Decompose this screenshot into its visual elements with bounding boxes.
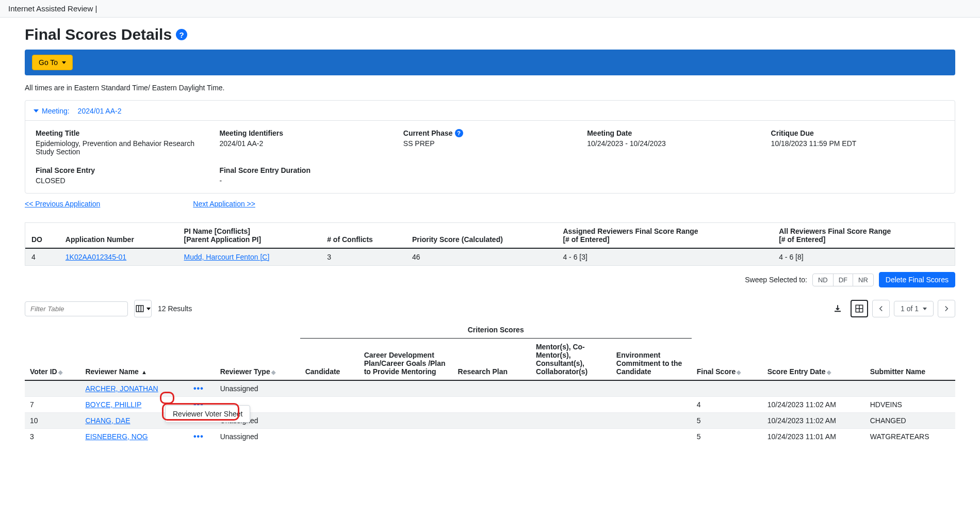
meeting-collapse-toggle[interactable]: Meeting: 2024/01 AA-2 <box>34 107 121 115</box>
reviewer-name-link[interactable]: ARCHER, JONATHAN <box>85 384 158 393</box>
page-info-dropdown[interactable]: 1 of 1 <box>894 301 934 316</box>
sweep-df-button[interactable]: DF <box>833 274 853 286</box>
chevron-down-icon <box>34 109 39 113</box>
final-score-entry-value: CLOSED <box>36 176 209 185</box>
reviewer-name-link[interactable]: EISNEBERG, NOG <box>85 432 148 441</box>
table-row: 3 EISNEBERG, NOG ••• Unassigned 5 10/24/… <box>25 429 955 445</box>
table-row: 10 CHANG, DAE ••• Unassigned 5 10/24/202… <box>25 413 955 429</box>
app-number-link[interactable]: 1K02AA012345-01 <box>66 253 126 261</box>
score-table: Criterion Scores Voter ID◆ Reviewer Name… <box>25 322 955 444</box>
col-mentors: Mentor(s), Co-Mentor(s), Consultant(s), … <box>531 339 611 381</box>
col-submitter: Submitter Name <box>865 339 955 381</box>
results-count: 12 Results <box>158 304 192 313</box>
goto-dropdown[interactable]: Go To <box>32 55 73 70</box>
reviewer-name-link[interactable]: CHANG, DAE <box>85 416 130 425</box>
col-reviewer-name[interactable]: Reviewer Name ▲ <box>80 339 188 381</box>
help-icon[interactable]: ? <box>176 29 187 40</box>
col-all-range: All Reviewers Final Score Range [# of En… <box>773 223 955 248</box>
col-priority: Priority Score (Calculated) <box>406 223 557 248</box>
reviewer-name-link[interactable]: BOYCE, PHILLIP <box>85 400 141 409</box>
critique-due-label: Critique Due <box>771 129 944 137</box>
meeting-panel: Meeting: 2024/01 AA-2 Meeting Title Epid… <box>25 100 955 194</box>
next-page-button[interactable] <box>938 300 955 317</box>
col-assigned-range: Assigned Reviewers Final Score Range [# … <box>557 223 773 248</box>
duration-label: Final Score Entry Duration <box>219 166 393 174</box>
row-actions-menu[interactable]: ••• <box>193 432 204 441</box>
download-icon <box>833 304 842 313</box>
application-table: DO Application Number PI Name [Conflicts… <box>25 223 955 265</box>
final-score-entry-label: Final Score Entry <box>36 166 209 174</box>
reviewer-voter-sheet-item[interactable]: Reviewer Voter Sheet <box>173 410 242 418</box>
grid-view-button[interactable] <box>851 300 868 317</box>
meeting-date-value: 10/24/2023 - 10/24/2023 <box>587 139 760 148</box>
next-application-link[interactable]: Next Application >> <box>193 200 255 208</box>
col-candidate: Candidate <box>300 339 359 381</box>
app-name: Internet Assisted Review <box>8 4 93 13</box>
grid-icon <box>855 304 864 313</box>
table-row: 7 BOYCE, PHILLIP ••• 4 10/24/2023 11:02 … <box>25 397 955 413</box>
col-entry-date[interactable]: Score Entry Date◆ <box>762 339 865 381</box>
meeting-identifiers-value: 2024/01 AA-2 <box>219 139 393 148</box>
current-phase-label: Current Phase ? <box>403 129 577 137</box>
col-do: DO <box>25 223 59 248</box>
action-bar: Go To <box>25 50 955 75</box>
chevron-left-icon <box>876 304 886 313</box>
columns-icon <box>135 304 144 313</box>
col-environment: Environment Commitment to the Candidate <box>611 339 692 381</box>
top-bar: Internet Assisted Review | <box>0 0 980 18</box>
prev-application-link[interactable]: << Previous Application <box>25 200 100 208</box>
phase-help-icon[interactable]: ? <box>455 129 463 137</box>
prev-page-button[interactable] <box>872 300 890 317</box>
filter-table-input[interactable] <box>25 301 128 316</box>
col-app-number: Application Number <box>59 223 178 248</box>
col-research: Research Plan <box>453 339 531 381</box>
application-row: 4 1K02AA012345-01 Mudd, Harcourt Fenton … <box>25 248 955 265</box>
download-button[interactable] <box>829 300 846 317</box>
page-title: Final Scores Details <box>25 26 172 43</box>
meeting-identifiers-label: Meeting Identifiers <box>219 129 393 137</box>
pi-name-link[interactable]: Mudd, Harcourt Fenton [C] <box>184 253 270 261</box>
col-voter-id[interactable]: Voter ID◆ <box>25 339 80 381</box>
critique-due-value: 10/18/2023 11:59 PM EDT <box>771 139 944 148</box>
row-actions-menu[interactable]: ••• <box>193 384 204 393</box>
row-actions-popup[interactable]: Reviewer Voter Sheet <box>165 405 250 423</box>
chevron-right-icon <box>942 304 951 313</box>
sweep-label: Sweep Selected to: <box>745 276 807 284</box>
meeting-title-label: Meeting Title <box>36 129 209 137</box>
meeting-date-label: Meeting Date <box>587 129 760 137</box>
divider: | <box>95 4 97 13</box>
col-final-score[interactable]: Final Score◆ <box>692 339 762 381</box>
sweep-nd-button[interactable]: ND <box>812 274 834 286</box>
column-settings-button[interactable] <box>134 300 152 317</box>
sweep-nr-button[interactable]: NR <box>853 274 874 286</box>
current-phase-value: SS PREP <box>403 139 577 148</box>
col-career: Career Development Plan/Career Goals /Pl… <box>359 339 453 381</box>
meeting-title-value: Epidemiology, Prevention and Behavior Re… <box>36 139 209 156</box>
criterion-scores-group: Criterion Scores <box>300 322 692 339</box>
svg-rect-0 <box>136 306 143 312</box>
delete-final-scores-button[interactable]: Delete Final Scores <box>879 272 955 287</box>
duration-value: - <box>219 176 393 185</box>
timezone-note: All times are in Eastern Standard Time/ … <box>25 84 955 92</box>
col-pi-name: PI Name [Conflicts] [Parent Application … <box>178 223 321 248</box>
col-reviewer-type[interactable]: Reviewer Type◆ <box>215 339 300 381</box>
table-row: ARCHER, JONATHAN ••• Unassigned <box>25 380 955 397</box>
col-conflicts: # of Conflicts <box>321 223 406 248</box>
